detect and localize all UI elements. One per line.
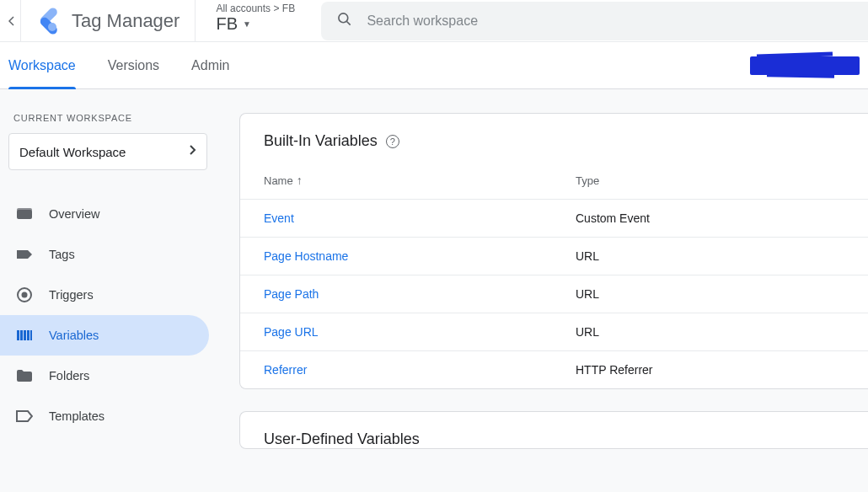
userdef-variables-card: User-Defined Variables — [239, 411, 868, 449]
workspace-selector[interactable]: Default Workspace — [8, 133, 207, 170]
dashboard-icon — [15, 207, 34, 221]
template-icon — [15, 409, 34, 423]
svg-point-8 — [22, 292, 28, 298]
variable-type: URL — [552, 313, 868, 351]
svg-rect-6 — [17, 208, 32, 211]
tag-icon — [15, 248, 34, 261]
container-name: FB — [216, 14, 238, 34]
sidebar-item-variables[interactable]: Variables — [0, 315, 209, 356]
product-title: Tag Manager — [72, 10, 179, 32]
chevron-down-icon: ▼ — [243, 19, 251, 29]
svg-point-2 — [48, 23, 56, 31]
svg-rect-13 — [30, 330, 32, 340]
svg-rect-9 — [17, 330, 19, 340]
sidebar-item-folders[interactable]: Folders — [0, 356, 209, 396]
account-switcher[interactable]: All accounts > FB FB ▼ — [195, 0, 321, 41]
nav-tab-workspace[interactable]: Workspace — [8, 42, 76, 88]
variable-type: URL — [552, 238, 868, 275]
sidebar-item-templates[interactable]: Templates — [0, 396, 209, 436]
sidebar-item-triggers[interactable]: Triggers — [0, 275, 209, 315]
variable-type: URL — [552, 275, 868, 313]
table-row[interactable]: Page PathURL — [240, 275, 868, 313]
sidebar-item-tags[interactable]: Tags — [0, 234, 209, 275]
sidebar-item-label: Variables — [49, 329, 99, 342]
sort-asc-icon: ↑ — [297, 174, 303, 187]
target-icon — [15, 286, 34, 303]
table-row[interactable]: Page URLURL — [240, 313, 868, 351]
variable-link[interactable]: Page Path — [264, 287, 319, 301]
search-icon — [336, 11, 353, 31]
sidebar-item-label: Tags — [49, 248, 75, 261]
gtm-logo-icon — [33, 8, 60, 35]
redacted-user-info — [750, 56, 860, 75]
table-row[interactable]: Page HostnameURL — [240, 238, 868, 275]
svg-rect-11 — [24, 330, 26, 340]
svg-rect-12 — [27, 330, 29, 340]
variable-link[interactable]: Page URL — [264, 325, 319, 339]
variable-icon — [15, 329, 34, 341]
help-icon[interactable]: ? — [386, 135, 399, 148]
variable-link[interactable]: Page Hostname — [264, 249, 348, 263]
column-header-type[interactable]: Type — [552, 165, 868, 200]
variable-type: HTTP Referrer — [552, 351, 868, 389]
chevron-right-icon — [189, 144, 196, 159]
svg-point-3 — [339, 13, 348, 22]
folder-icon — [15, 369, 34, 382]
table-row[interactable]: ReferrerHTTP Referrer — [240, 351, 868, 389]
sidebar-item-overview[interactable]: Overview — [0, 194, 209, 234]
nav-tab-versions[interactable]: Versions — [108, 42, 159, 88]
search-box[interactable] — [321, 2, 868, 40]
breadcrumb: All accounts > FB — [216, 3, 301, 14]
back-caret[interactable] — [8, 0, 21, 42]
table-row[interactable]: EventCustom Event — [240, 200, 868, 238]
userdef-card-title: User-Defined Variables — [264, 430, 420, 447]
builtin-variables-card: Built-In Variables ? Name↑ Type EventCus… — [239, 113, 868, 389]
workspace-section-label: CURRENT WORKSPACE — [0, 113, 216, 133]
sidebar-item-label: Folders — [49, 369, 89, 382]
svg-rect-10 — [20, 330, 23, 340]
nav-tab-admin[interactable]: Admin — [191, 42, 229, 88]
workspace-name: Default Workspace — [19, 145, 126, 159]
svg-line-4 — [347, 21, 351, 24]
sidebar-item-label: Templates — [49, 409, 104, 423]
variable-type: Custom Event — [552, 200, 868, 238]
builtin-card-title: Built-In Variables — [264, 132, 378, 150]
variable-link[interactable]: Event — [264, 211, 294, 225]
sidebar-item-label: Triggers — [49, 288, 94, 302]
sidebar-item-label: Overview — [49, 207, 99, 221]
variable-link[interactable]: Referrer — [264, 363, 307, 377]
search-input[interactable] — [367, 13, 853, 29]
column-header-name[interactable]: Name↑ — [240, 165, 552, 200]
